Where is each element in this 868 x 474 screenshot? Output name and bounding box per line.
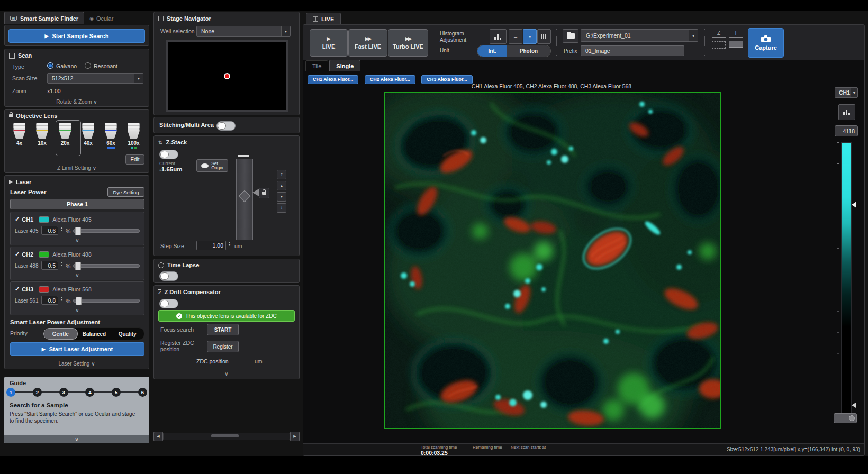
chip-ch3[interactable]: CH3 Alexa Fluor...	[421, 75, 472, 84]
well-selection-select[interactable]: None ▼	[196, 26, 291, 37]
unit-photon-option[interactable]: Photon	[507, 45, 550, 57]
focus-search-start-button[interactable]: START	[207, 324, 239, 335]
lut-max-value[interactable]: 4118	[835, 125, 858, 136]
z-limit-expander[interactable]: Z Limit Setting ∨	[5, 163, 149, 171]
lut-gradient-bar[interactable]	[841, 142, 852, 414]
guide-step-1-active[interactable]: 1	[6, 388, 15, 397]
display-channel-select[interactable]: CH1 ▼	[835, 87, 858, 98]
auto-lut-button[interactable]	[838, 104, 855, 120]
checkbox-checked-icon[interactable]: ✓	[15, 216, 20, 223]
radio-resonant[interactable]: Resonant	[85, 63, 117, 69]
z-move-top-button[interactable]: ⤒	[277, 170, 286, 179]
guide-step-5[interactable]: 5	[112, 388, 121, 397]
spinner-arrows[interactable]: ▴▾	[61, 226, 62, 232]
lut-low-marker[interactable]	[852, 403, 856, 408]
z-lock-button[interactable]	[259, 188, 269, 198]
fast-live-button[interactable]: ▶▶ Fast LIVE	[348, 29, 387, 57]
guide-collapse-bar[interactable]: ∨	[4, 435, 149, 443]
rotate-zoom-expander[interactable]: Rotate & Zoom ∨	[5, 97, 149, 105]
spinner-arrows[interactable]: ▴▾	[61, 261, 62, 267]
save-path-select[interactable]: G:\Experiment_01 ▼	[581, 29, 698, 42]
histogram-max-button[interactable]	[537, 29, 551, 44]
phase-selector[interactable]: Phase 1	[10, 199, 144, 209]
region-toggle[interactable]	[712, 41, 726, 49]
guide-step-6[interactable]: 6	[138, 388, 147, 397]
laser-power-input[interactable]: 0.8	[41, 296, 58, 305]
objective-item-100x[interactable]: 100x	[122, 123, 145, 149]
objective-item-40x[interactable]: 40x	[77, 123, 100, 149]
stage-navigator-view[interactable]	[166, 40, 288, 112]
z-current-diamond[interactable]	[239, 190, 251, 203]
slider-handle[interactable]	[76, 297, 82, 305]
timelapse-toggle-off[interactable]	[159, 271, 178, 281]
image-frame[interactable]	[384, 92, 721, 429]
histogram-min-button[interactable]: –	[509, 29, 522, 44]
tab-ocular[interactable]: ◉ Ocular	[84, 12, 119, 24]
laser-power-slider[interactable]	[73, 229, 140, 233]
z-dimension-toggle[interactable]: Z	[712, 30, 726, 38]
scrollbar-track[interactable]	[163, 433, 290, 440]
guide-step-3[interactable]: 3	[59, 388, 68, 397]
zdc-toggle-off[interactable]	[159, 299, 178, 308]
live-document-tab[interactable]: LIVE	[306, 13, 341, 25]
objective-item-10x[interactable]: 10x	[31, 123, 53, 149]
tab-tile[interactable]: Tile	[305, 60, 328, 71]
guide-step-4[interactable]: 4	[85, 388, 94, 397]
auto-histogram-button[interactable]	[490, 29, 507, 44]
prefix-input[interactable]: 01_Image	[581, 45, 684, 56]
scroll-left-button[interactable]: ◀	[153, 432, 163, 441]
guide-step-2[interactable]: 2	[33, 388, 42, 397]
start-sample-search-button[interactable]: ▶ Start Sample Search	[8, 29, 145, 43]
radio-galvano[interactable]: Galvano	[47, 63, 77, 69]
set-origin-button[interactable]: SetOrigin	[196, 159, 228, 172]
capture-button[interactable]: Capture	[748, 28, 784, 58]
turbo-live-button[interactable]: ▶▶ Turbo LIVE	[388, 29, 428, 57]
scrollbar-thumb[interactable]	[211, 434, 239, 437]
checkbox-checked-icon[interactable]: ✓	[15, 251, 20, 258]
tab-single-active[interactable]: Single	[329, 60, 360, 71]
chip-ch1[interactable]: CH1 Alexa Fluor...	[308, 75, 358, 84]
slider-handle[interactable]	[75, 262, 81, 270]
spinner-arrows[interactable]: ▴▾	[61, 296, 62, 302]
spinner-arrows[interactable]: ▴▾	[229, 241, 230, 247]
zdc-expander[interactable]: ∨	[154, 368, 299, 378]
frame-toggle[interactable]	[729, 41, 743, 48]
t-dimension-toggle[interactable]: T	[729, 30, 743, 38]
priority-gentle-option[interactable]: Gentle	[43, 328, 78, 340]
scan-size-select[interactable]: 512x512 ▼	[47, 73, 143, 84]
browse-folder-button[interactable]	[563, 29, 578, 43]
z-down-button[interactable]: ▾	[277, 192, 286, 202]
start-laser-adjustment-button[interactable]: ▶ Start Laser Adjustment	[10, 342, 144, 356]
laser-power-slider[interactable]	[73, 299, 140, 303]
z-range-column[interactable]	[236, 159, 253, 240]
objective-item-20x-selected[interactable]: 20x	[53, 123, 77, 149]
priority-balanced-option[interactable]: Balanced	[78, 328, 111, 340]
objective-item-4x[interactable]: 4x	[8, 123, 31, 149]
channel-expander[interactable]: ∨	[11, 305, 144, 314]
register-button[interactable]: Register	[207, 341, 239, 352]
objective-item-60x[interactable]: 60x	[100, 123, 122, 149]
checkbox-checked-icon[interactable]: ✓	[15, 286, 20, 293]
z-top-marker[interactable]	[238, 155, 249, 157]
priority-quality-option[interactable]: Quality	[111, 328, 144, 340]
live-button[interactable]: ▶ LIVE	[310, 29, 348, 57]
scroll-right-button[interactable]: ▶	[290, 432, 300, 441]
tab-smart-sample-finder[interactable]: AI Smart Sample Finder	[4, 12, 84, 24]
step-size-input[interactable]: 1.00	[196, 241, 226, 250]
laser-power-input[interactable]: 0.6	[41, 226, 58, 235]
slider-handle[interactable]	[75, 227, 81, 235]
histogram-mid-button-selected[interactable]: ▪	[523, 29, 537, 44]
unit-int-option-selected[interactable]: Int.	[477, 45, 507, 57]
lut-handle[interactable]	[834, 413, 857, 423]
dye-setting-button[interactable]: Dye Setting	[107, 187, 144, 197]
z-move-bottom-button[interactable]: ⤓	[277, 203, 286, 213]
lut-high-marker[interactable]	[852, 202, 856, 208]
channel-expander[interactable]: ∨	[11, 270, 144, 279]
channel-expander[interactable]: ∨	[11, 235, 144, 244]
stitching-toggle-off[interactable]	[216, 121, 236, 131]
laser-power-slider[interactable]	[73, 264, 140, 268]
laser-setting-expander[interactable]: Laser Setting ∨	[5, 359, 149, 367]
zstack-toggle-off[interactable]	[159, 150, 178, 159]
z-up-button[interactable]: ▴	[277, 181, 286, 190]
chip-ch2[interactable]: CH2 Alexa Fluor...	[365, 75, 415, 84]
